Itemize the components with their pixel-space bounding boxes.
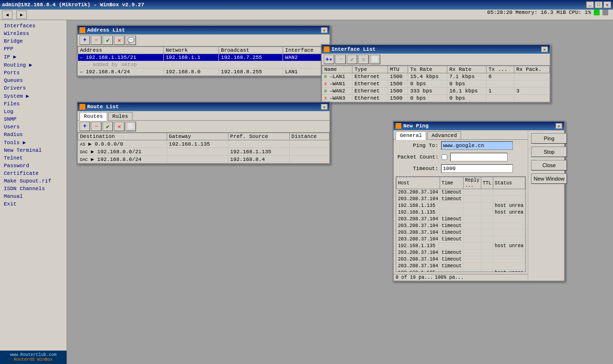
- icol-tx-p[interactable]: Tx ...: [486, 66, 514, 73]
- ping-result-row[interactable]: 192.168.1.135host unrea: [397, 203, 525, 209]
- sidebar-item-queues[interactable]: Queues: [0, 77, 67, 84]
- ping-result-row[interactable]: 203.208.37.104timeout: [397, 250, 525, 256]
- iface-remove-button[interactable]: −: [335, 55, 346, 64]
- address-list-title-bar[interactable]: Address List ✕: [78, 26, 329, 34]
- new-ping-close[interactable]: ✕: [556, 123, 562, 129]
- col-address[interactable]: Address: [78, 47, 164, 54]
- route-list-title-bar[interactable]: Route List ✕: [78, 102, 329, 111]
- packet-count-input[interactable]: [450, 153, 508, 161]
- route-comment-button[interactable]: ⬜: [125, 122, 136, 131]
- ping-results-container[interactable]: Host Time Reply ... TTL Status 203.208.3…: [396, 176, 526, 272]
- pcol-time[interactable]: Time: [440, 177, 464, 189]
- sidebar-item-certificate[interactable]: Certificate: [0, 170, 67, 177]
- close-button[interactable]: ✕: [603, 1, 611, 8]
- sidebar-item-password[interactable]: Password: [0, 162, 67, 170]
- stop-button[interactable]: Stop: [531, 147, 567, 157]
- tab-general[interactable]: General: [396, 131, 426, 140]
- sidebar-item-isdn[interactable]: ISDN Channels: [0, 185, 67, 193]
- rcol-dist[interactable]: Distance: [289, 133, 329, 140]
- col-network[interactable]: Network: [163, 47, 218, 54]
- sidebar-item-manual[interactable]: Manual: [0, 193, 67, 200]
- interface-list-close[interactable]: ✕: [541, 46, 548, 52]
- enable-button[interactable]: ✔: [102, 35, 113, 45]
- sidebar-item-users[interactable]: Users: [0, 123, 67, 131]
- route-add-button[interactable]: +: [79, 122, 90, 131]
- new-ping-title-bar[interactable]: New Ping ✕: [394, 122, 564, 130]
- close-ping-button[interactable]: Close: [531, 160, 567, 171]
- pcol-status[interactable]: Status: [493, 177, 525, 189]
- table-row[interactable]: R ↔WAN2 Ethernet 1500 333 bps 16.1 kbps …: [322, 88, 550, 95]
- table-row[interactable]: X ↔WAN3 Ethernet 1500 0 bps 0 bps: [322, 95, 550, 102]
- pcol-reply[interactable]: Reply ...: [464, 177, 481, 189]
- pcol-host[interactable]: Host: [397, 177, 440, 189]
- disable-button[interactable]: ✕: [114, 35, 125, 45]
- tab-rules[interactable]: Rules: [108, 112, 133, 120]
- table-row[interactable]: R ↔LAN1 Ethernet 1500 15.4 kbps 7.1 kbps…: [322, 73, 550, 80]
- sidebar-item-make-supout[interactable]: Make Supout.rif: [0, 177, 67, 185]
- table-row[interactable]: ↔ 192.168.8.4/24 192.168.8.0 192.168.8.2…: [78, 68, 329, 76]
- icol-tx-rate[interactable]: Tx Rate: [408, 66, 447, 73]
- ping-result-row[interactable]: 192.168.1.135host unrea: [397, 243, 525, 250]
- back-button[interactable]: ◀: [2, 11, 12, 19]
- ping-result-row[interactable]: 203.208.37.104timeout: [397, 223, 525, 229]
- sidebar-item-drivers[interactable]: Drivers: [0, 84, 67, 92]
- col-broadcast[interactable]: Broadcast: [219, 47, 283, 54]
- ping-result-row[interactable]: 203.208.37.104timeout: [397, 256, 525, 263]
- sidebar-item-ppp[interactable]: PPP: [0, 45, 67, 53]
- remove-button[interactable]: −: [91, 35, 102, 45]
- sidebar-item-bridge[interactable]: Bridge: [0, 37, 67, 45]
- sidebar-item-telnet[interactable]: Telnet: [0, 154, 67, 162]
- maximize-button[interactable]: □: [595, 1, 602, 8]
- forward-button[interactable]: ▶: [16, 11, 27, 19]
- ping-result-row[interactable]: 203.208.37.104timeout: [397, 189, 525, 196]
- ping-result-row[interactable]: 203.208.37.104timeout: [397, 236, 525, 243]
- ping-result-row[interactable]: 203.208.37.104timeout: [397, 229, 525, 236]
- iface-comment-button[interactable]: ⬜: [370, 55, 380, 64]
- icol-rx-p[interactable]: Rx Pack.: [514, 66, 550, 73]
- sidebar-item-interfaces[interactable]: Interfaces: [0, 22, 67, 30]
- ping-result-row[interactable]: 192.168.1.135host unrea: [397, 270, 525, 273]
- pcol-ttl[interactable]: TTL: [481, 177, 493, 189]
- ping-result-row[interactable]: 203.208.37.104timeout: [397, 196, 525, 203]
- iface-enable-button[interactable]: ✔: [347, 55, 357, 64]
- route-enable-button[interactable]: ✔: [102, 122, 113, 131]
- sidebar-item-tools[interactable]: Tools ▶: [0, 138, 67, 147]
- icol-name[interactable]: Name: [322, 66, 352, 73]
- sidebar-item-system[interactable]: System ▶: [0, 92, 67, 100]
- add-button[interactable]: +: [79, 35, 90, 45]
- ping-button[interactable]: Ping: [531, 133, 567, 144]
- iface-add-button[interactable]: +▾: [324, 55, 334, 64]
- sidebar-item-ip[interactable]: IP ▶: [0, 53, 67, 61]
- title-controls[interactable]: _ □ ✕: [586, 1, 611, 8]
- iface-disable-button[interactable]: ✕: [358, 55, 369, 64]
- sidebar-item-ports[interactable]: Ports: [0, 69, 67, 77]
- sidebar-item-log[interactable]: Log: [0, 108, 67, 115]
- icol-rx-rate[interactable]: Rx Rate: [447, 66, 487, 73]
- route-disable-button[interactable]: ✕: [114, 122, 125, 131]
- sidebar-item-files[interactable]: Files: [0, 100, 67, 108]
- route-remove-button[interactable]: −: [91, 122, 102, 131]
- sidebar-item-snmp[interactable]: SNMP: [0, 115, 67, 123]
- icol-type[interactable]: Type: [352, 66, 388, 73]
- timeout-input[interactable]: [441, 164, 513, 173]
- tab-routes[interactable]: Routes: [79, 112, 107, 121]
- table-row[interactable]: AS ▶ 0.0.0.0/0 192.168.1.135: [78, 140, 329, 148]
- sidebar-item-exit[interactable]: Exit: [0, 200, 67, 208]
- sidebar-item-wireless[interactable]: Wireless: [0, 30, 67, 37]
- route-list-close[interactable]: ✕: [321, 104, 328, 110]
- ping-to-input[interactable]: [441, 141, 513, 150]
- ping-result-row[interactable]: 192.168.1.135host unrea: [397, 209, 525, 216]
- address-list-close[interactable]: ✕: [321, 27, 328, 33]
- table-row[interactable]: DAC ▶ 192.168.0.0/21 192.168.1.135: [78, 148, 329, 156]
- comment-button[interactable]: 💬: [125, 35, 136, 45]
- icol-mtu[interactable]: MTU: [388, 66, 408, 73]
- table-row[interactable]: ↔ 192.168.1.135/21 192.168.1.1 192.168.7…: [78, 54, 329, 61]
- table-row[interactable]: ... added by setup: [78, 61, 329, 68]
- interface-list-title-bar[interactable]: Interface List ✕: [322, 45, 550, 54]
- sidebar-item-new-terminal[interactable]: New Terminal: [0, 147, 67, 154]
- table-row[interactable]: X ↔WAN1 Ethernet 1500 0 bps 0 bps: [322, 80, 550, 88]
- sidebar-item-routing[interactable]: Routing ▶: [0, 61, 67, 69]
- table-row[interactable]: DAC ▶ 192.168.8.0/24 192.168.8.4: [78, 156, 329, 163]
- sidebar-item-radius[interactable]: Radius: [0, 131, 67, 138]
- tab-advanced[interactable]: Advanced: [427, 131, 461, 139]
